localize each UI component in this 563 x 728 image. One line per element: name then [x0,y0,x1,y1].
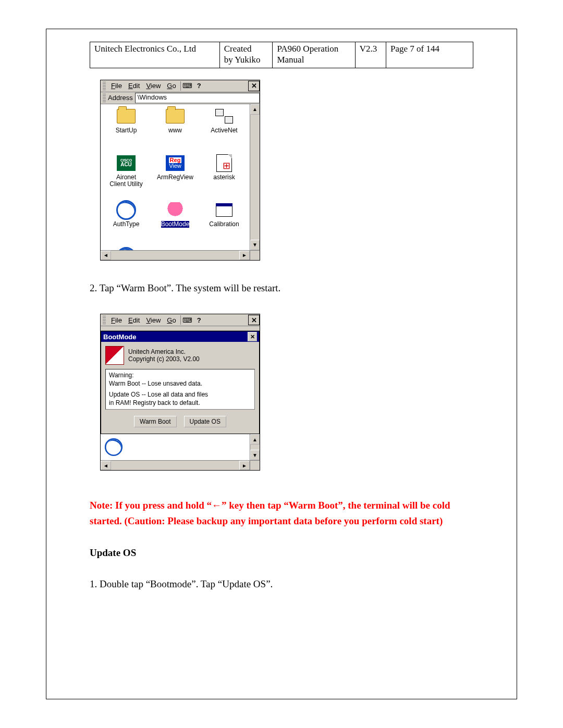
dialog-titlebar: BootMode ✕ [101,331,259,342]
address-bar: Address \Windows [101,92,260,104]
keyboard-icon[interactable]: ⌨ [182,315,193,325]
scroll-right-icon[interactable]: ► [239,251,250,260]
regview-icon: RegView [166,155,185,171]
hdr-created-l1: Created [224,44,252,54]
scroll-up-icon[interactable]: ▲ [250,104,260,115]
update-os-button[interactable]: Update OS [184,416,226,427]
hdr-company: Unitech Electronics Co., Ltd [90,42,220,68]
hdr-created: Created by Yukiko [219,42,273,68]
item-activenet[interactable]: ActiveNet [201,107,248,134]
menu-edit[interactable]: Edit [125,316,143,324]
client-area: StartUp www ActiveNet CISCOACUAironetCli… [101,104,260,250]
scroll-up-icon[interactable]: ▲ [250,434,260,445]
scroll-track[interactable] [250,445,260,450]
icon-peek [101,434,250,460]
scroll-down-icon[interactable]: ▼ [250,240,260,250]
hdr-version: V2.3 [355,42,386,68]
scroll-track[interactable] [111,251,239,260]
client-area-behind: ▲ ▼ [101,434,260,460]
menubar: File Edit View Go ⌨ ? ✕ [101,314,260,326]
help-icon[interactable]: ? [193,315,205,325]
icon-grid: StartUp www ActiveNet CISCOACUAironetCli… [101,104,250,250]
item-win-generic-2[interactable] [201,248,248,250]
document-page: Unitech Electronics Co., Ltd Created by … [0,0,563,728]
close-button[interactable]: ✕ [248,81,260,91]
hdr-doc: PA960 Operation Manual [273,42,355,68]
item-ie-generic[interactable] [103,248,150,250]
horizontal-scrollbar[interactable]: ◄ ► [101,250,260,260]
step-2-text: 2. Tap “Warm Boot”. The system will be r… [90,281,473,295]
dialog-company-block: Unitech America Inc. Copyright (c) 2003,… [128,348,200,363]
warn-line-1: Warning: [109,372,251,380]
scroll-down-icon[interactable]: ▼ [250,450,260,460]
horizontal-scrollbar[interactable]: ◄ ► [101,460,260,470]
document-header-table: Unitech Electronics Co., Ltd Created by … [90,42,473,68]
warm-boot-button[interactable]: Warm Boot [134,416,177,427]
scroll-track[interactable] [250,115,260,240]
update-step-1: 1. Double tap “Bootmode”. Tap “Update OS… [90,577,473,591]
menu-file[interactable]: File [108,316,125,324]
dialog-title-text: BootMode [103,333,137,341]
scroll-corner [250,251,260,260]
address-bar-partial [101,326,260,331]
warn-line-4: in RAM! Registry back to default. [109,399,251,408]
menu-view[interactable]: View [143,316,164,324]
warn-line-2: Warm Boot -- Lose unsaved data. [109,380,251,388]
scroll-corner [250,461,260,470]
item-calibration[interactable]: Calibration [201,201,248,228]
separator-icon [180,315,181,325]
note-text: Note: If you press and hold “←” key then… [90,498,473,528]
spacer [90,68,473,80]
vertical-scrollbar[interactable]: ▲ ▼ [250,104,260,250]
scroll-left-icon[interactable]: ◄ [101,461,111,470]
hdr-doc-l2: Manual [277,55,304,65]
window-icon [216,203,232,217]
vertical-scrollbar[interactable]: ▲ ▼ [250,434,260,460]
dialog-copyright: Copyright (c) 2003, V2.00 [128,355,200,363]
unitech-logo-icon [105,346,124,365]
address-field[interactable]: \Windows [135,93,260,103]
windows-logo-icon: ⊞ [223,161,230,171]
keyboard-icon[interactable]: ⌨ [182,81,193,91]
close-button[interactable]: ✕ [248,315,260,325]
dialog-body: Unitech America Inc. Copyright (c) 2003,… [101,342,259,434]
ie-icon [116,200,136,220]
item-www[interactable]: www [152,107,199,134]
help-icon[interactable]: ? [193,81,205,91]
warn-line-3: Update OS -- Lose all data and files [109,391,251,399]
item-aironet[interactable]: CISCOACUAironetClient Utility [103,154,150,188]
ie-icon [105,438,123,456]
scroll-track[interactable] [111,461,239,470]
grip-icon [103,82,106,90]
hdr-doc-l1: PA960 Operation [277,44,338,54]
item-armregview[interactable]: RegViewArmRegView [152,154,199,181]
grip-icon [103,94,106,102]
explorer-window-1: File Edit View Go ⌨ ? ✕ Address \Windows… [100,80,260,261]
item-win-generic-1[interactable] [152,248,199,250]
ie-icon [116,247,136,250]
dialog-close-button[interactable]: ✕ [248,332,257,341]
item-startup[interactable]: StartUp [103,107,150,134]
address-label: Address [108,94,135,102]
scroll-right-icon[interactable]: ► [239,461,250,470]
menu-file[interactable]: File [108,82,125,90]
update-os-heading: Update OS [90,547,473,559]
menu-go[interactable]: Go [164,82,179,90]
hdr-page: Page 7 of 144 [386,42,473,68]
dialog-warning-box: Warning: Warm Boot -- Lose unsaved data.… [105,369,255,410]
cisco-icon: CISCOACU [117,155,136,171]
scroll-left-icon[interactable]: ◄ [101,251,111,260]
dialog-header-row: Unitech America Inc. Copyright (c) 2003,… [105,346,255,365]
hdr-created-l2: by Yukiko [224,55,261,65]
network-icon [215,109,233,124]
page-content: Unitech Electronics Co., Ltd Created by … [47,30,516,602]
item-asterisk[interactable]: ⊞asterisk [201,154,248,181]
menu-go[interactable]: Go [164,316,179,324]
dialog-button-row: Warm Boot Update OS [105,416,255,427]
menu-edit[interactable]: Edit [125,82,143,90]
separator-icon [180,81,181,91]
dialog-company: Unitech America Inc. [128,348,200,355]
item-bootmode[interactable]: BootMode [152,201,199,228]
item-authtype[interactable]: AuthType [103,201,150,228]
menu-view[interactable]: View [143,82,164,90]
